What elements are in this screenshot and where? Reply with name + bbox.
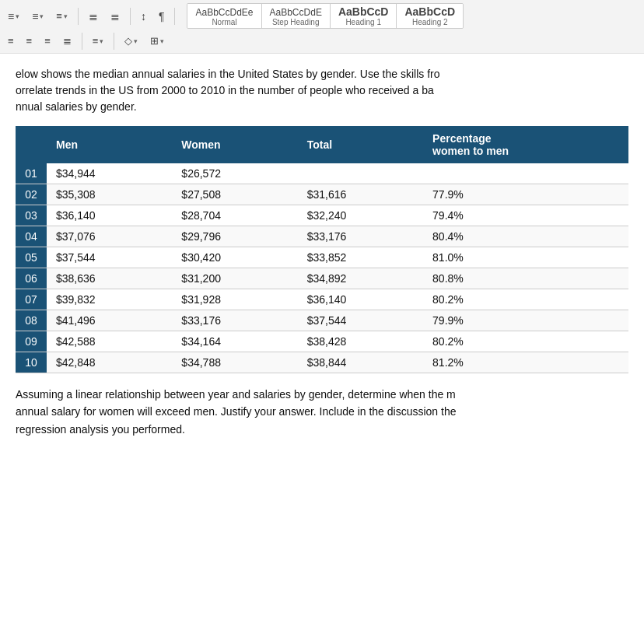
document-content: elow shows the median annual salaries in…	[0, 54, 644, 450]
cell-women: $31,928	[172, 289, 297, 310]
decrease-indent-button[interactable]: ≣	[84, 7, 103, 26]
footer-paragraph: Assuming a linear relationship between y…	[16, 386, 628, 438]
col-header-total: Total	[298, 126, 423, 163]
cell-total: $38,428	[298, 331, 423, 352]
footer-line2: annual salary for women will exceed men.…	[16, 405, 457, 418]
multilevel-list-button[interactable]: ≡ ▾	[51, 7, 72, 25]
cell-women: $26,572	[172, 163, 297, 184]
style-normal[interactable]: AaBbCcDdEe Normal	[187, 4, 261, 28]
cell-total	[298, 163, 423, 184]
intro-line1: elow shows the median annual salaries in…	[16, 68, 440, 80]
cell-total: $36,140	[298, 289, 423, 310]
cell-percentage: 80.8%	[423, 268, 628, 289]
align-justify-button[interactable]: ≣	[58, 32, 76, 50]
cell-row-num: 05	[16, 247, 47, 268]
cell-men: $34,944	[47, 163, 172, 184]
cell-row-num: 06	[16, 268, 47, 289]
style-step-heading[interactable]: AaBbCcDdE Step Heading	[262, 4, 331, 28]
border-icon: ⊞	[150, 35, 159, 47]
cell-women: $30,420	[172, 247, 297, 268]
align-center-icon: ≡	[26, 35, 33, 47]
paragraph-button[interactable]: ¶	[154, 7, 170, 26]
highlight-icon: ◇	[124, 35, 132, 47]
cell-percentage: 80.2%	[423, 331, 628, 352]
border-button[interactable]: ⊞ ▾	[145, 32, 169, 50]
align-right-button[interactable]: ≡	[40, 32, 55, 50]
align-left-button[interactable]: ≡	[3, 32, 19, 50]
table-row: 02$35,308$27,508$31,61677.9%	[16, 184, 628, 205]
step-heading-sample-text: AaBbCcDdE	[270, 7, 322, 18]
cell-women: $31,200	[172, 268, 297, 289]
line-spacing-button[interactable]: ≡ ▾	[88, 32, 109, 50]
highlight-button[interactable]: ◇ ▾	[120, 32, 142, 50]
numbered-list-button[interactable]: ≡ ▾	[27, 7, 48, 26]
footer-line1: Assuming a linear relationship between y…	[16, 388, 456, 401]
cell-men: $39,832	[47, 289, 172, 310]
heading2-sample-text: AaBbCcD	[404, 5, 455, 18]
table-row: 10$42,848$34,788$38,84481.2%	[16, 352, 628, 373]
cell-percentage: 81.0%	[423, 247, 628, 268]
separator1	[78, 8, 79, 25]
bullet-list-icon: ≡	[8, 10, 14, 23]
highlight-chevron: ▾	[134, 37, 138, 45]
cell-women: $34,164	[172, 331, 297, 352]
style-samples: AaBbCcDdEe Normal AaBbCcDdE Step Heading…	[187, 3, 464, 29]
cell-total: $37,544	[298, 310, 423, 331]
table-row: 03$36,140$28,704$32,24079.4%	[16, 205, 628, 226]
table-row: 01$34,944$26,572	[16, 163, 628, 184]
intro-line2: orrelate trends in the US from 2000 to 2…	[16, 84, 434, 96]
normal-sample-text: AaBbCcDdEe	[195, 7, 253, 18]
table-row: 08$41,496$33,176$37,54479.9%	[16, 310, 628, 331]
col-header-num	[16, 126, 47, 163]
line-spacing-icon: ≡	[93, 35, 99, 47]
cell-total: $33,176	[298, 226, 423, 247]
cell-percentage: 77.9%	[423, 184, 628, 205]
footer-line3: regression analysis you performed.	[16, 423, 185, 436]
cell-row-num: 04	[16, 226, 47, 247]
cell-row-num: 09	[16, 331, 47, 352]
cell-percentage: 79.4%	[423, 205, 628, 226]
style-heading2[interactable]: AaBbCcD Heading 2	[397, 4, 463, 28]
intro-line3: nnual salaries by gender.	[16, 100, 137, 113]
cell-row-num: 02	[16, 184, 47, 205]
cell-women: $28,704	[172, 205, 297, 226]
line-spacing-chevron: ▾	[100, 37, 103, 45]
col-header-percentage: Percentagewomen to men	[423, 126, 628, 163]
table-row: 04$37,076$29,796$33,17680.4%	[16, 226, 628, 247]
heading1-sample-text: AaBbCcD	[338, 5, 389, 18]
align-left-icon: ≡	[8, 35, 14, 47]
salary-table: Men Women Total Percentagewomen to men 0…	[16, 126, 628, 373]
table-row: 09$42,588$34,164$38,42880.2%	[16, 331, 628, 352]
step-heading-label: Step Heading	[270, 18, 322, 26]
sort-button[interactable]: ↕	[136, 7, 151, 26]
col-header-men: Men	[47, 126, 172, 163]
separator2	[130, 8, 131, 25]
numbered-list-icon: ≡	[32, 10, 38, 23]
table-row: 06$38,636$31,200$34,89280.8%	[16, 268, 628, 289]
align-center-button[interactable]: ≡	[22, 32, 37, 50]
cell-men: $37,544	[47, 247, 172, 268]
numbered-list-chevron: ▾	[40, 12, 44, 20]
style-heading1[interactable]: AaBbCcD Heading 1	[331, 4, 397, 28]
heading2-label: Heading 2	[404, 18, 455, 26]
cell-percentage: 80.2%	[423, 289, 628, 310]
cell-row-num: 07	[16, 289, 47, 310]
bullet-list-button[interactable]: ≡ ▾	[3, 7, 24, 26]
cell-men: $35,308	[47, 184, 172, 205]
heading1-label: Heading 1	[338, 18, 389, 26]
cell-row-num: 01	[16, 163, 47, 184]
toolbar-row2: ≡ ≡ ≡ ≣ ≡ ▾ ◇ ▾ ⊞ ▾	[3, 30, 641, 51]
cell-row-num: 08	[16, 310, 47, 331]
paragraph-icon: ¶	[159, 10, 165, 23]
cell-women: $34,788	[172, 352, 297, 373]
cell-women: $33,176	[172, 310, 297, 331]
toolbar: ≡ ▾ ≡ ▾ ≡ ▾ ≣ ≣ ↕ ¶ AaBbCcDdEe	[0, 0, 644, 54]
cell-row-num: 10	[16, 352, 47, 373]
table-header-row: Men Women Total Percentagewomen to men	[16, 126, 628, 163]
increase-indent-button[interactable]: ≣	[106, 7, 124, 26]
increase-indent-icon: ≣	[110, 10, 120, 23]
decrease-indent-icon: ≣	[89, 10, 98, 23]
cell-men: $42,588	[47, 331, 172, 352]
cell-percentage: 80.4%	[423, 226, 628, 247]
toolbar-row1: ≡ ▾ ≡ ▾ ≡ ▾ ≣ ≣ ↕ ¶ AaBbCcDdEe	[3, 2, 641, 30]
